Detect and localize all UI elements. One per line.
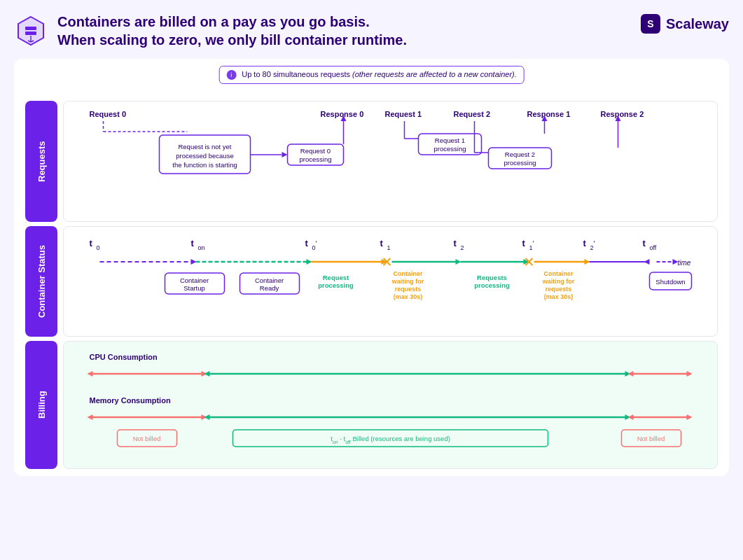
- scaleway-brand-name: Scaleway: [666, 16, 729, 32]
- svg-text:0: 0: [97, 244, 100, 251]
- svg-text:': ': [594, 240, 595, 248]
- svg-text:Request 2: Request 2: [454, 110, 491, 118]
- svg-marker-22: [282, 152, 288, 158]
- svg-text:t: t: [454, 238, 457, 248]
- svg-text:Not billed: Not billed: [637, 435, 665, 442]
- svg-text:t: t: [522, 238, 526, 248]
- svg-text:processed because: processed because: [176, 152, 233, 160]
- header-title: Containers are billed on a pay as you go…: [57, 13, 407, 49]
- svg-text:Requests: Requests: [477, 274, 507, 281]
- svg-text:waiting for: waiting for: [391, 278, 424, 285]
- svg-text:1: 1: [387, 244, 391, 251]
- svg-text:S: S: [647, 18, 653, 29]
- svg-text:(max 30s): (max 30s): [394, 293, 423, 300]
- header-left: Containers are billed on a pay as you go…: [14, 13, 407, 49]
- svg-text:processing: processing: [318, 281, 354, 289]
- tooltip-italic: (other requests are affected to a new co…: [352, 70, 517, 78]
- svg-marker-65: [307, 259, 312, 265]
- container-status-content-box: t 0 t on t 0 ' t 1 t 2 t 1: [63, 226, 718, 337]
- svg-text:Shutdown: Shutdown: [655, 278, 685, 286]
- diagram-area: i Up to 80 simultaneous requests (other …: [14, 59, 729, 476]
- scaleway-logo-icon: S: [639, 13, 662, 35]
- svg-text:': ': [533, 240, 534, 248]
- svg-text:processing: processing: [434, 145, 466, 153]
- svg-marker-63: [191, 259, 197, 265]
- svg-text:t: t: [90, 238, 93, 248]
- container-status-diagram: t 0 t on t 0 ' t 1 t 2 t 1: [71, 232, 710, 330]
- svg-text:processing: processing: [504, 159, 536, 167]
- server-icon: [14, 14, 48, 48]
- billing-row: Billing CPU Consumption: [25, 341, 718, 469]
- svg-text:Request: Request: [323, 274, 349, 281]
- svg-text:Request 1: Request 1: [385, 110, 422, 118]
- header: Containers are billed on a pay as you go…: [14, 13, 729, 49]
- svg-text:Response 2: Response 2: [601, 110, 644, 118]
- svg-text:requests: requests: [546, 286, 572, 293]
- tooltip-text: Up to 80 simultaneous requests: [242, 70, 352, 78]
- svg-text:Request 2: Request 2: [505, 150, 535, 158]
- scaleway-logo: S Scaleway: [639, 13, 729, 35]
- svg-marker-105: [88, 371, 93, 377]
- svg-text:on: on: [198, 244, 205, 251]
- svg-text:Container: Container: [393, 270, 423, 277]
- requests-row: Requests Request 0 Response 0 Request 1 …: [25, 101, 718, 222]
- svg-marker-115: [88, 414, 93, 420]
- svg-text:ton · toff Billed (resources a: ton · toff Billed (resources are being u…: [331, 435, 450, 444]
- svg-text:processing: processing: [474, 281, 510, 289]
- svg-text:Not billed: Not billed: [133, 435, 161, 442]
- svg-text:Memory Consumption: Memory Consumption: [90, 396, 171, 405]
- tooltip-box: i Up to 80 simultaneous requests (other …: [218, 66, 525, 84]
- svg-text:': ': [316, 240, 317, 248]
- billing-diagram: CPU Consumption: [71, 347, 710, 463]
- svg-text:Container: Container: [255, 276, 284, 284]
- page-container: Containers are billed on a pay as you go…: [0, 0, 743, 560]
- container-status-row: Container Status t 0 t on t 0 ': [25, 226, 718, 337]
- svg-text:waiting for: waiting for: [542, 278, 575, 285]
- svg-marker-121: [628, 414, 634, 420]
- svg-text:t: t: [305, 238, 309, 248]
- svg-text:off: off: [650, 244, 657, 251]
- svg-text:CPU Consumption: CPU Consumption: [90, 353, 158, 361]
- svg-marker-79: [644, 259, 650, 265]
- requests-diagram: Request 0 Response 0 Request 1 Request 2…: [71, 107, 710, 216]
- svg-text:Request 0: Request 0: [300, 147, 331, 155]
- svg-text:Response 0: Response 0: [321, 110, 364, 118]
- svg-text:processing: processing: [300, 155, 332, 163]
- container-status-label-bar: Container Status: [25, 226, 57, 337]
- svg-text:Startup: Startup: [183, 284, 205, 292]
- billing-content-box: CPU Consumption: [63, 341, 718, 469]
- requests-label-bar: Requests: [25, 101, 57, 222]
- svg-text:time: time: [678, 259, 691, 267]
- svg-text:2: 2: [461, 244, 464, 251]
- svg-text:t: t: [583, 238, 587, 248]
- svg-marker-110: [687, 371, 693, 377]
- svg-marker-120: [687, 414, 693, 420]
- svg-text:t: t: [191, 238, 195, 248]
- svg-marker-108: [204, 371, 210, 377]
- svg-text:Container: Container: [543, 270, 574, 277]
- svg-text:t: t: [643, 238, 646, 248]
- billing-svg: CPU Consumption: [71, 347, 710, 463]
- container-status-svg: t 0 t on t 0 ' t 1 t 2 t 1: [71, 232, 710, 330]
- svg-text:Ready: Ready: [260, 284, 279, 292]
- svg-text:Request 0: Request 0: [90, 110, 127, 118]
- svg-text:t: t: [380, 238, 384, 248]
- svg-text:(max 30s): (max 30s): [544, 293, 574, 300]
- svg-marker-77: [585, 259, 590, 265]
- info-icon: i: [226, 70, 236, 80]
- svg-rect-3: [25, 31, 36, 35]
- svg-text:Container: Container: [180, 276, 209, 284]
- svg-marker-111: [628, 371, 634, 377]
- svg-text:Request 1: Request 1: [435, 136, 465, 144]
- svg-marker-71: [456, 259, 461, 265]
- svg-text:Request is not yet: Request is not yet: [178, 143, 231, 150]
- requests-svg: Request 0 Response 0 Request 1 Request 2…: [71, 107, 710, 216]
- sections-wrapper: Requests Request 0 Response 0 Request 1 …: [25, 101, 718, 469]
- requests-content-box: Request 0 Response 0 Request 1 Request 2…: [63, 101, 718, 222]
- billing-label-bar: Billing: [25, 341, 57, 469]
- svg-text:the function is starting: the function is starting: [172, 161, 237, 169]
- svg-rect-2: [25, 27, 36, 30]
- svg-marker-118: [204, 414, 210, 420]
- svg-text:Response 1: Response 1: [527, 110, 571, 118]
- svg-text:requests: requests: [395, 286, 422, 293]
